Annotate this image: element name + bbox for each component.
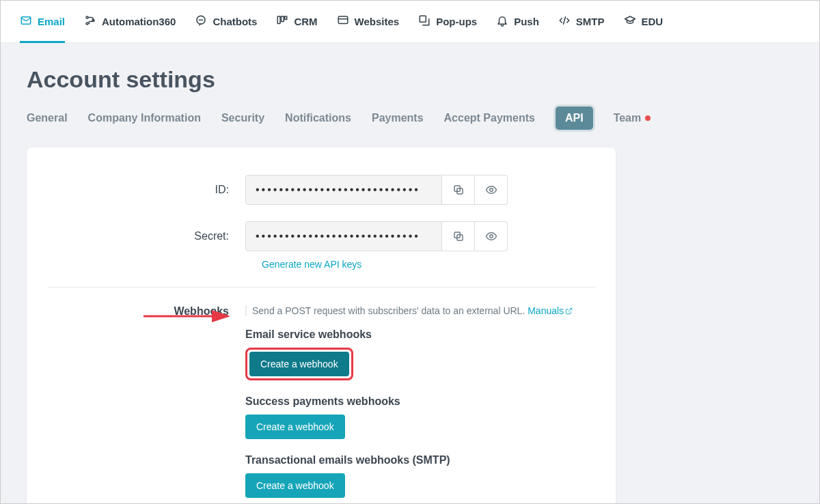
api-secret-label: Secret: xyxy=(47,230,245,242)
nav-label: SMTP xyxy=(576,16,605,27)
webhooks-description-text: Send a POST request with subscribers' da… xyxy=(252,305,528,316)
automation-icon xyxy=(84,14,96,29)
nav-label: Pop-ups xyxy=(436,16,477,27)
tab-label: Team xyxy=(614,112,642,124)
nav-chatbots[interactable]: Chatbots xyxy=(195,1,257,42)
svg-rect-10 xyxy=(285,16,287,20)
copy-secret-button[interactable] xyxy=(442,221,475,251)
tab-security[interactable]: Security xyxy=(221,107,264,130)
webhooks-description: Send a POST request with subscribers' da… xyxy=(245,305,595,316)
tab-label: Notifications xyxy=(285,112,351,124)
tab-accept-payments[interactable]: Accept Payments xyxy=(444,107,535,130)
eye-icon xyxy=(485,184,497,196)
tab-label: Payments xyxy=(372,112,424,124)
badge-dot xyxy=(645,115,651,121)
external-link-icon xyxy=(565,307,573,315)
tab-label: Accept Payments xyxy=(444,112,535,124)
nav-email[interactable]: Email xyxy=(20,1,65,42)
svg-point-3 xyxy=(86,23,88,25)
copy-icon xyxy=(452,184,465,196)
api-secret-input-group: •••••••••••••••••••••••••••• xyxy=(245,221,508,251)
copy-id-button[interactable] xyxy=(442,175,475,205)
tab-label: Company Information xyxy=(88,112,201,124)
tab-payments[interactable]: Payments xyxy=(372,107,424,130)
webhook-group-title: Success payments webhooks xyxy=(245,395,595,408)
svg-rect-13 xyxy=(420,16,426,22)
nav-label: Email xyxy=(38,16,65,27)
svg-rect-9 xyxy=(282,16,284,22)
webhook-group-title: Email service webhooks xyxy=(245,328,595,341)
tab-label: General xyxy=(27,112,68,124)
create-webhook-button[interactable]: Create a webhook xyxy=(245,473,345,498)
webhook-group: Email service webhooksCreate a webhook xyxy=(245,328,595,395)
svg-point-7 xyxy=(202,20,203,20)
svg-line-21 xyxy=(569,308,572,311)
tab-label: Security xyxy=(221,112,264,124)
svg-point-17 xyxy=(489,188,493,192)
svg-point-20 xyxy=(489,235,493,238)
generate-new-api-keys-link[interactable]: Generate new API keys xyxy=(262,259,361,270)
webhook-group: Transactional emails webhooks (SMTP)Crea… xyxy=(245,454,595,504)
eye-icon xyxy=(485,230,497,242)
webhooks-label: Webhooks xyxy=(47,305,245,504)
svg-line-14 xyxy=(563,17,565,25)
tab-label: API xyxy=(565,112,584,124)
api-settings-card: ID: •••••••••••••••••••••••••••• Secret:… xyxy=(27,148,616,504)
nav-smtp[interactable]: SMTP xyxy=(558,1,605,42)
page-content: Account settings GeneralCompany Informat… xyxy=(1,43,819,504)
divider xyxy=(47,287,595,288)
create-webhook-button[interactable]: Create a webhook xyxy=(249,352,349,376)
api-id-field[interactable]: •••••••••••••••••••••••••••• xyxy=(245,175,442,205)
popup-icon xyxy=(418,14,430,29)
website-icon xyxy=(337,14,349,29)
api-id-row: ID: •••••••••••••••••••••••••••• xyxy=(47,175,595,205)
nav-crm[interactable]: CRM xyxy=(276,1,317,42)
crm-icon xyxy=(276,14,288,29)
api-id-label: ID: xyxy=(47,184,245,196)
api-secret-row: Secret: •••••••••••••••••••••••••••• xyxy=(47,221,595,251)
webhook-group-title: Transactional emails webhooks (SMTP) xyxy=(245,454,595,466)
reveal-secret-button[interactable] xyxy=(475,221,508,251)
generate-keys-wrapper: Generate new API keys xyxy=(262,258,595,270)
chat-icon xyxy=(195,14,207,29)
tab-notifications[interactable]: Notifications xyxy=(285,107,351,130)
tab-api[interactable]: API xyxy=(556,107,593,130)
tab-general[interactable]: General xyxy=(27,107,68,130)
create-webhook-button[interactable]: Create a webhook xyxy=(245,415,345,439)
webhooks-section: Webhooks Send a POST request with subscr… xyxy=(47,305,595,504)
copy-icon xyxy=(452,230,465,242)
nav-label: Websites xyxy=(355,16,400,27)
nav-websites[interactable]: Websites xyxy=(337,1,400,42)
nav-label: Push xyxy=(514,16,539,27)
api-secret-field[interactable]: •••••••••••••••••••••••••••• xyxy=(245,221,442,251)
nav-popups[interactable]: Pop-ups xyxy=(418,1,477,42)
nav-label: EDU xyxy=(642,16,664,27)
svg-point-5 xyxy=(200,20,200,20)
edu-icon xyxy=(624,14,636,29)
svg-rect-8 xyxy=(278,16,281,24)
api-id-input-group: •••••••••••••••••••••••••••• xyxy=(245,175,508,205)
tab-team[interactable]: Team xyxy=(614,107,651,130)
code-icon xyxy=(558,14,571,29)
tab-company-information[interactable]: Company Information xyxy=(88,107,201,130)
reveal-id-button[interactable] xyxy=(475,175,508,205)
nav-label: CRM xyxy=(294,16,317,27)
bell-icon xyxy=(496,14,508,29)
manuals-link[interactable]: Manuals xyxy=(528,305,573,316)
settings-tabs: GeneralCompany InformationSecurityNotifi… xyxy=(27,107,793,130)
mail-icon xyxy=(20,14,32,29)
nav-label: Chatbots xyxy=(213,16,257,27)
page-title: Account settings xyxy=(27,66,793,93)
webhooks-body: Send a POST request with subscribers' da… xyxy=(245,305,595,504)
svg-point-6 xyxy=(201,20,202,20)
nav-edu[interactable]: EDU xyxy=(624,1,664,42)
nav-automation360[interactable]: Automation360 xyxy=(84,1,176,42)
nav-push[interactable]: Push xyxy=(496,1,539,42)
svg-rect-11 xyxy=(338,16,348,24)
annotation-highlight: Create a webhook xyxy=(245,348,353,380)
webhook-group: Success payments webhooksCreate a webhoo… xyxy=(245,395,595,454)
top-nav: EmailAutomation360ChatbotsCRMWebsitesPop… xyxy=(1,1,819,43)
nav-label: Automation360 xyxy=(102,16,176,27)
